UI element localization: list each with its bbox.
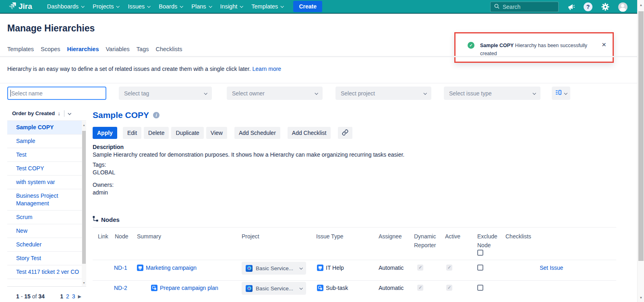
tab-templates[interactable]: Templates: [7, 46, 34, 57]
column-header-dynamic-reporter: Dynamic Reporter: [414, 232, 440, 250]
dynamic-reporter-checkbox[interactable]: ✓: [417, 285, 423, 291]
hierarchy-list: Sample COPY Sample Test Test COPY with s…: [7, 121, 82, 279]
nav-item-issues[interactable]: Issues: [123, 0, 154, 13]
edit-button[interactable]: Edit: [123, 127, 141, 139]
settings-gear-icon[interactable]: [601, 2, 610, 12]
order-by-header[interactable]: Order by Created ↓: [7, 106, 86, 121]
success-toast: ✓ Sample COPY Hierarchy has been success…: [454, 32, 614, 63]
search-icon: [494, 3, 499, 10]
scroll-up-icon[interactable]: ▲: [638, 3, 644, 7]
list-item-new[interactable]: New: [7, 224, 82, 238]
nav-item-dashboards[interactable]: Dashboards: [43, 0, 88, 13]
exclude-node-checkbox[interactable]: [477, 265, 483, 271]
dynamic-reporter-checkbox[interactable]: ✓: [417, 265, 423, 271]
list-item-test-4117[interactable]: Test 4117 ticket 2 ver COPY: [7, 265, 82, 279]
list-item-test-copy[interactable]: Test COPY: [7, 162, 82, 176]
global-search[interactable]: [490, 2, 559, 12]
sidebar-scrollbar-thumb[interactable]: [82, 131, 86, 264]
chevron-down-icon: [299, 266, 302, 269]
it-help-icon: [137, 265, 143, 271]
nav-item-templates[interactable]: Templates: [247, 0, 288, 13]
exclude-node-checkbox[interactable]: [477, 285, 483, 291]
user-avatar[interactable]: [618, 2, 627, 12]
project-avatar: [246, 265, 253, 272]
scroll-down-icon[interactable]: ▼: [638, 296, 644, 300]
active-checkbox[interactable]: ✓: [446, 265, 452, 271]
filters-divider: [0, 83, 637, 83]
help-icon[interactable]: ?: [583, 2, 593, 12]
tab-scopes[interactable]: Scopes: [41, 46, 60, 57]
next-page-icon[interactable]: ▶: [78, 294, 81, 299]
scroll-up-icon[interactable]: ▲: [82, 124, 86, 126]
jira-logo[interactable]: Jira: [8, 2, 32, 12]
page-scrollbar-thumb[interactable]: [638, 11, 644, 261]
page-2[interactable]: 2: [66, 293, 69, 300]
page-1[interactable]: 1: [60, 293, 63, 300]
list-item-test[interactable]: Test: [7, 148, 82, 162]
page-3[interactable]: 3: [72, 293, 75, 300]
node-key-link[interactable]: ND-2: [114, 285, 127, 291]
exclude-all-checkbox[interactable]: [477, 250, 483, 256]
tab-checklists[interactable]: Checklists: [155, 46, 182, 57]
add-checklist-button[interactable]: Add Checklist: [288, 127, 331, 139]
close-icon[interactable]: ×: [602, 41, 606, 48]
nav-item-plans[interactable]: Plans: [187, 0, 215, 13]
column-header-summary: Summary: [137, 232, 161, 241]
page-scrollbar[interactable]: ▲ ▼: [637, 0, 644, 302]
delete-button[interactable]: Delete: [144, 127, 169, 139]
apply-button[interactable]: Apply: [93, 127, 117, 139]
copy-link-button[interactable]: [338, 127, 352, 139]
chevron-down-icon: [423, 91, 427, 95]
issue-type-filter-dropdown[interactable]: Select issue type: [444, 87, 540, 100]
issue-type-value: Sub-task: [326, 285, 348, 291]
project-select[interactable]: Basic Service...: [242, 262, 306, 275]
summary-link[interactable]: Marketing campaign: [146, 265, 197, 271]
set-issue-link[interactable]: Set Issue: [540, 265, 563, 271]
tab-tags[interactable]: Tags: [137, 46, 149, 57]
project-select[interactable]: Basic Service...: [242, 282, 306, 295]
it-help-icon: [317, 265, 323, 271]
list-item-scheduler[interactable]: Scheduler: [7, 238, 82, 252]
list-item-story-test[interactable]: Story Test: [7, 252, 82, 265]
list-item-with-system-var[interactable]: with system var: [7, 176, 82, 189]
node-key-link[interactable]: ND-1: [114, 265, 127, 271]
column-header-project: Project: [242, 232, 259, 241]
tags-value: GLOBAL: [93, 169, 415, 176]
chevron-down-icon: [299, 286, 302, 290]
layout-icon: [555, 89, 561, 97]
add-scheduler-button[interactable]: Add Scheduler: [234, 127, 280, 139]
tab-variables[interactable]: Variables: [106, 46, 129, 57]
select-name-input[interactable]: [11, 90, 103, 97]
summary-link[interactable]: Prepare campaign plan: [160, 285, 218, 291]
chevron-down-icon: [564, 91, 567, 95]
active-checkbox[interactable]: ✓: [446, 285, 452, 291]
list-item-sample[interactable]: Sample: [7, 134, 82, 148]
list-item-scrum[interactable]: Scrum: [7, 211, 82, 224]
scroll-down-icon[interactable]: ▼: [82, 281, 86, 284]
name-filter: [7, 87, 106, 100]
view-layout-toggle[interactable]: [552, 87, 570, 100]
chevron-down-icon[interactable]: [68, 112, 71, 115]
info-icon[interactable]: i: [153, 112, 159, 118]
project-avatar: [246, 285, 253, 292]
sort-descending-icon[interactable]: ↓: [58, 110, 60, 116]
search-input[interactable]: [503, 4, 547, 10]
sidebar-scrollbar[interactable]: ▲ ▼: [82, 121, 86, 286]
list-item-business-project-management[interactable]: Business Project Management: [7, 189, 82, 211]
tag-filter-dropdown[interactable]: Select tag: [119, 87, 212, 100]
list-item-sample-copy[interactable]: Sample COPY: [7, 121, 82, 134]
feedback-megaphone-icon[interactable]: [566, 2, 576, 12]
chevron-down-icon: [281, 4, 284, 8]
learn-more-link[interactable]: Learn more: [253, 66, 282, 72]
pagination-pages: 1 2 3 ▶: [60, 293, 81, 300]
create-button[interactable]: Create: [293, 1, 322, 12]
view-button[interactable]: View: [206, 127, 227, 139]
owner-filter-dropdown[interactable]: Select owner: [227, 87, 323, 100]
duplicate-button[interactable]: Duplicate: [171, 127, 203, 139]
project-filter-dropdown[interactable]: Select project: [335, 87, 431, 100]
tab-hierarchies[interactable]: Hierarchies: [67, 46, 99, 57]
nav-item-insight[interactable]: Insight: [216, 0, 247, 13]
owners-label: Owners:: [93, 181, 415, 189]
nav-item-projects[interactable]: Projects: [88, 0, 123, 13]
nav-item-boards[interactable]: Boards: [154, 0, 187, 13]
